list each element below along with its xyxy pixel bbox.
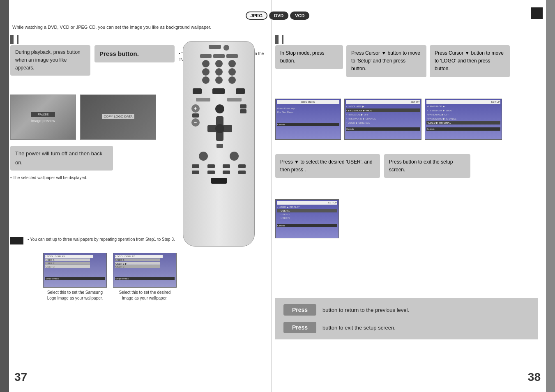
bottom-transport xyxy=(188,164,249,168)
screenshot-pair-1: LOGO DISPLAY USER 1 USER 2 USER 3 Setup … xyxy=(43,253,107,301)
left-step2-area: The power will turn off and then back on… xyxy=(10,146,113,181)
rb-n6 xyxy=(228,68,236,76)
remote-row-1 xyxy=(200,54,238,58)
br3 xyxy=(223,171,230,174)
left-step1-box1: During playback, press button when an im… xyxy=(10,45,90,76)
vol-btns: + − xyxy=(188,104,249,148)
rb-n8 xyxy=(215,76,223,84)
right-screens-row1: DISC MENU Press Enter key For Disc Menu … xyxy=(275,99,502,140)
press-text-2: button to exit the setup screen. xyxy=(322,325,396,331)
dpad-center[interactable] xyxy=(215,124,224,133)
vol-up-arrow xyxy=(192,113,199,118)
copy-logo-screen: COPY LOGO DATA xyxy=(80,95,156,140)
bt2 xyxy=(207,164,215,168)
vol-row xyxy=(188,98,249,101)
bt4 xyxy=(238,164,246,168)
rb-fwd xyxy=(236,88,245,94)
double-bar-right-2 xyxy=(282,35,283,44)
vol-left: + − xyxy=(191,104,200,148)
double-bar-left-2 xyxy=(17,35,18,44)
dpad-right[interactable] xyxy=(223,125,232,132)
dpad[interactable] xyxy=(207,116,232,141)
page-number-left: 37 xyxy=(14,371,27,384)
tune-down xyxy=(240,109,246,113)
press-button-1[interactable]: Press xyxy=(283,304,316,316)
return-btn xyxy=(199,152,208,161)
rb-rew xyxy=(193,88,202,94)
press-text-1: button to return to the previous level. xyxy=(322,307,409,313)
br2 xyxy=(207,171,215,174)
bottom-screenshots: LOGO DISPLAY USER 1 USER 2 USER 3 Setup … xyxy=(43,253,177,301)
rb-play xyxy=(212,88,225,94)
double-bar-left xyxy=(10,35,14,44)
screenshot-img-2: LOGO DISPLAY USER 1 USER 2 ▶ USER 3 Setu… xyxy=(113,253,177,288)
rb-n1 xyxy=(202,60,210,67)
vol-plus: + xyxy=(191,104,200,113)
right-step-box-3: Press Cursor ▼ button to move to 'LOGO' … xyxy=(430,45,510,77)
double-bar-right xyxy=(275,35,279,44)
mute-btn xyxy=(216,144,223,148)
press-button-2[interactable]: Press xyxy=(283,322,316,333)
transport-row xyxy=(188,88,249,94)
left-binding-strip xyxy=(0,0,9,392)
screenshot-img-1: LOGO DISPLAY USER 1 USER 2 USER 3 Setup … xyxy=(43,253,107,288)
screenshot-pair-2: LOGO DISPLAY USER 1 USER 2 ▶ USER 3 Setu… xyxy=(113,253,177,301)
rb-n7 xyxy=(202,76,210,84)
rb-n5 xyxy=(215,68,223,76)
logo-btn xyxy=(211,178,227,184)
right-screen-3: SET UP • LANGUAGE ▶ • TV DISPLAY ▶ WIDE … xyxy=(425,99,502,140)
top-corner-marker xyxy=(531,7,543,19)
rb-n9 xyxy=(228,76,236,84)
remote-row-nums xyxy=(200,60,238,67)
bt3 xyxy=(223,164,230,168)
remote-btn-open xyxy=(209,45,221,49)
br1 xyxy=(192,171,199,174)
format-badges: JPEG DVD VCD xyxy=(246,12,310,20)
right-screen-1: DISC MENU Press Enter key For Disc Menu … xyxy=(275,99,341,140)
right-step-box-2: Press Cursor ▼ button to move to 'Setup'… xyxy=(346,45,426,77)
return-row xyxy=(188,152,249,161)
left-section-header xyxy=(10,35,18,44)
rb-n3 xyxy=(228,60,236,67)
right-binding-strip xyxy=(546,0,555,392)
rb-n2 xyxy=(215,60,223,67)
repeat-note: • You can set up to three wallpapers by … xyxy=(28,236,175,242)
br4 xyxy=(238,171,246,174)
left-step1-box2: Press button. xyxy=(94,45,175,62)
right-steps-row1: In Stop mode, press button. Press Cursor… xyxy=(275,45,510,77)
right-step-box-5: Press button to exit the setup screen. xyxy=(384,154,470,178)
playback-image: PAUSE Image preview xyxy=(10,95,76,140)
badge-dvd: DVD xyxy=(269,12,288,20)
tune-up xyxy=(240,104,246,108)
right-section-header xyxy=(275,35,283,44)
remote-btn-group xyxy=(200,54,238,84)
page-divider xyxy=(271,0,272,392)
right-screen-4: SET UP • LOGO ▶ DISPLAY USER 1 USER 2 US… xyxy=(275,199,339,238)
bottom-row-2 xyxy=(188,171,249,174)
screenshot-label-1: Select this to set the Samsung Logo imag… xyxy=(43,290,107,301)
remote-control: + − xyxy=(183,41,255,247)
remote-top: + − xyxy=(183,42,254,185)
right-page: In Stop mode, press button. Press Cursor… xyxy=(275,35,542,372)
press-row-2: Press button to exit the setup screen. xyxy=(283,322,530,333)
right-step-box-4: Press ▼ to select the desired 'USER', an… xyxy=(275,154,380,178)
vol-minus: − xyxy=(191,118,200,127)
tune-right xyxy=(240,104,246,148)
menu-area xyxy=(207,104,232,148)
right-screen-2: SET UP • LANGUAGE ▶ • TV DISPLAY ▶ WIDE … xyxy=(344,99,421,140)
press-row-1: Press button to return to the previous l… xyxy=(283,304,530,316)
left-step1-images: PAUSE Image preview COPY LOGO DATA xyxy=(10,95,156,140)
selected-note: • The selected wallpaper will be display… xyxy=(10,175,113,181)
left-step1-area: During playback, press button when an im… xyxy=(10,45,175,76)
page-subtitle: While watching a DVD, VCD or JPEG CD, yo… xyxy=(12,25,211,30)
screenshot-label-2: Select this to set the desired image as … xyxy=(113,290,177,301)
right-screens-row2: SET UP • LOGO ▶ DISPLAY USER 1 USER 2 US… xyxy=(275,199,339,238)
remote-btn-circle-1 xyxy=(223,45,229,51)
right-steps-row2: Press ▼ to select the desired 'USER', an… xyxy=(275,154,470,178)
dpad-down[interactable] xyxy=(216,132,223,141)
press-area: Press button to return to the previous l… xyxy=(275,298,538,339)
rb-tune xyxy=(227,98,242,101)
rb3 xyxy=(226,54,238,58)
badge-vcd: VCD xyxy=(290,12,309,20)
right-step-box-1: In Stop mode, press button. xyxy=(275,45,343,69)
